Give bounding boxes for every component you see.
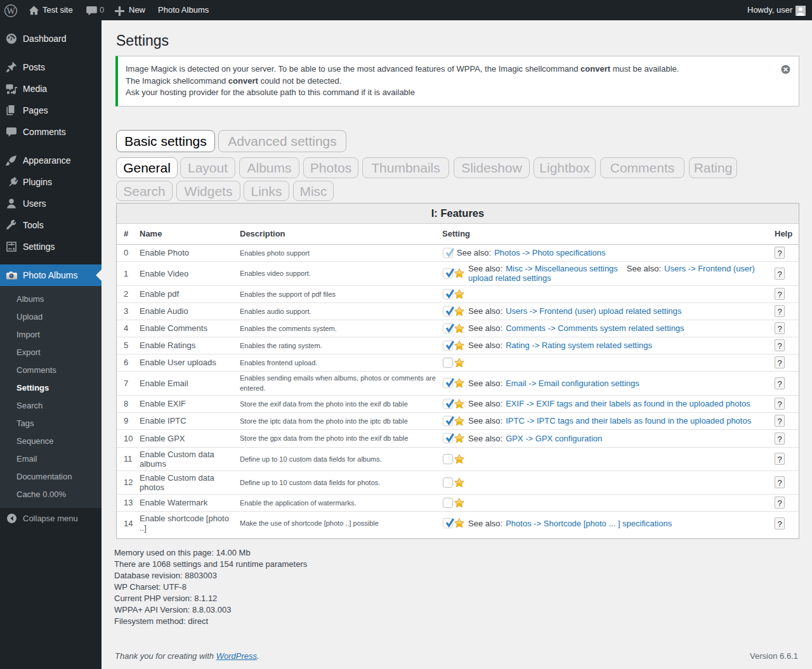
svg-text:W: W [6, 6, 15, 15]
